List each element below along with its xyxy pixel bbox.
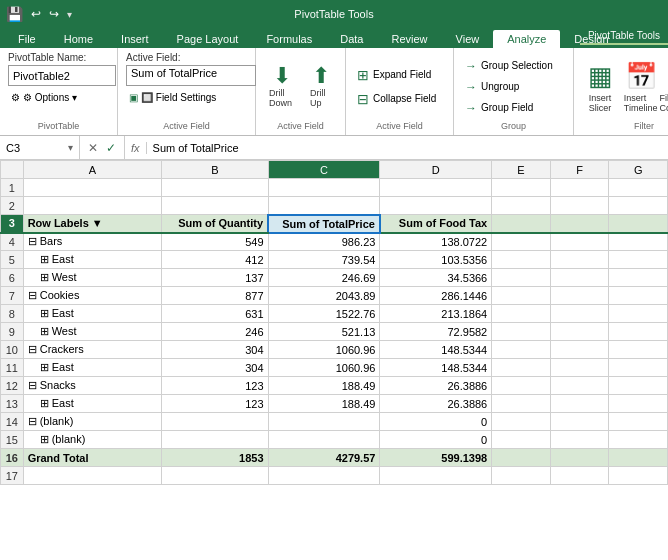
ungroup-button[interactable]: → Ungroup (462, 78, 565, 96)
cell-B1[interactable] (162, 179, 269, 197)
cell-G11[interactable] (609, 359, 668, 377)
cell-B14[interactable] (162, 413, 269, 431)
tab-review[interactable]: Review (377, 30, 441, 48)
tab-analyze[interactable]: Analyze (493, 30, 560, 48)
customize-qa[interactable]: ▾ (67, 9, 72, 20)
cell-C3[interactable]: Sum of TotalPrice (268, 215, 380, 233)
cell-E11[interactable] (492, 359, 551, 377)
cell-D11[interactable]: 148.5344 (380, 359, 492, 377)
cell-E4[interactable] (492, 233, 551, 251)
cell-A14[interactable]: ⊟ (blank) (23, 413, 161, 431)
cell-G10[interactable] (609, 341, 668, 359)
cell-A6[interactable]: ⊞ West (23, 269, 161, 287)
col-header-C[interactable]: C (268, 161, 380, 179)
cell-A13[interactable]: ⊞ East (23, 395, 161, 413)
tab-page-layout[interactable]: Page Layout (163, 30, 253, 48)
cell-A12[interactable]: ⊟ Snacks (23, 377, 161, 395)
cell-B3[interactable]: Sum of Quantity (162, 215, 269, 233)
expand-field-button[interactable]: ⊞ Expand Field (354, 65, 445, 85)
cell-A10[interactable]: ⊟ Crackers (23, 341, 161, 359)
cell-E1[interactable] (492, 179, 551, 197)
undo-button[interactable]: ↩ (31, 7, 41, 21)
cell-G1[interactable] (609, 179, 668, 197)
redo-button[interactable]: ↪ (49, 7, 59, 21)
cell-B4[interactable]: 549 (162, 233, 269, 251)
cell-D12[interactable]: 26.3886 (380, 377, 492, 395)
cell-F16[interactable] (550, 449, 609, 467)
col-header-F[interactable]: F (550, 161, 609, 179)
cell-D7[interactable]: 286.1446 (380, 287, 492, 305)
cell-B9[interactable]: 246 (162, 323, 269, 341)
cell-A17[interactable] (23, 467, 161, 485)
cell-F14[interactable] (550, 413, 609, 431)
cell-G15[interactable] (609, 431, 668, 449)
cell-G13[interactable] (609, 395, 668, 413)
drill-down-button[interactable]: ⬇ Drill Down (262, 62, 301, 111)
cell-D15[interactable]: 0 (380, 431, 492, 449)
tab-formulas[interactable]: Formulas (252, 30, 326, 48)
cell-E2[interactable] (492, 197, 551, 215)
cell-D6[interactable]: 34.5366 (380, 269, 492, 287)
cell-F7[interactable] (550, 287, 609, 305)
cell-D1[interactable] (380, 179, 492, 197)
cell-A8[interactable]: ⊞ East (23, 305, 161, 323)
cell-F3[interactable] (550, 215, 609, 233)
cell-F8[interactable] (550, 305, 609, 323)
cell-A7[interactable]: ⊟ Cookies (23, 287, 161, 305)
cell-E6[interactable] (492, 269, 551, 287)
col-header-A[interactable]: A (23, 161, 161, 179)
cell-D13[interactable]: 26.3886 (380, 395, 492, 413)
confirm-formula-button[interactable]: ✓ (104, 141, 118, 155)
cell-E3[interactable] (492, 215, 551, 233)
cell-G5[interactable] (609, 251, 668, 269)
cell-E9[interactable] (492, 323, 551, 341)
cell-C2[interactable] (268, 197, 380, 215)
cell-B8[interactable]: 631 (162, 305, 269, 323)
insert-slicer-button[interactable]: ▦ Insert Slicer (582, 58, 618, 116)
col-header-E[interactable]: E (492, 161, 551, 179)
cell-E8[interactable] (492, 305, 551, 323)
cell-A2[interactable] (23, 197, 161, 215)
cell-A9[interactable]: ⊞ West (23, 323, 161, 341)
cell-G16[interactable] (609, 449, 668, 467)
cell-G8[interactable] (609, 305, 668, 323)
cell-A4[interactable]: ⊟ Bars (23, 233, 161, 251)
cell-ref-dropdown[interactable]: ▾ (68, 142, 73, 153)
cell-E14[interactable] (492, 413, 551, 431)
cell-C15[interactable] (268, 431, 380, 449)
cell-F15[interactable] (550, 431, 609, 449)
options-button[interactable]: ⚙ ⚙ Options ▾ (8, 90, 109, 105)
cell-F1[interactable] (550, 179, 609, 197)
cell-C7[interactable]: 2043.89 (268, 287, 380, 305)
cell-B12[interactable]: 123 (162, 377, 269, 395)
cell-D14[interactable]: 0 (380, 413, 492, 431)
cell-B11[interactable]: 304 (162, 359, 269, 377)
cell-A16[interactable]: Grand Total (23, 449, 161, 467)
cell-F12[interactable] (550, 377, 609, 395)
field-settings-button[interactable]: ▣ 🔲 Field Settings (126, 90, 247, 105)
cell-D9[interactable]: 72.9582 (380, 323, 492, 341)
cell-D4[interactable]: 138.0722 (380, 233, 492, 251)
pivot-name-input[interactable] (8, 65, 116, 86)
cell-E5[interactable] (492, 251, 551, 269)
collapse-field-button[interactable]: ⊟ Collapse Field (354, 89, 445, 109)
cell-C8[interactable]: 1522.76 (268, 305, 380, 323)
cell-E7[interactable] (492, 287, 551, 305)
cell-C11[interactable]: 1060.96 (268, 359, 380, 377)
cell-F13[interactable] (550, 395, 609, 413)
cell-D5[interactable]: 103.5356 (380, 251, 492, 269)
tab-data[interactable]: Data (326, 30, 377, 48)
col-header-B[interactable]: B (162, 161, 269, 179)
cell-C9[interactable]: 521.13 (268, 323, 380, 341)
cell-F5[interactable] (550, 251, 609, 269)
cell-G4[interactable] (609, 233, 668, 251)
cell-B13[interactable]: 123 (162, 395, 269, 413)
cell-C10[interactable]: 1060.96 (268, 341, 380, 359)
cell-C17[interactable] (268, 467, 380, 485)
cell-G14[interactable] (609, 413, 668, 431)
cancel-formula-button[interactable]: ✕ (86, 141, 100, 155)
cell-C1[interactable] (268, 179, 380, 197)
cell-C5[interactable]: 739.54 (268, 251, 380, 269)
tab-view[interactable]: View (442, 30, 494, 48)
cell-F9[interactable] (550, 323, 609, 341)
